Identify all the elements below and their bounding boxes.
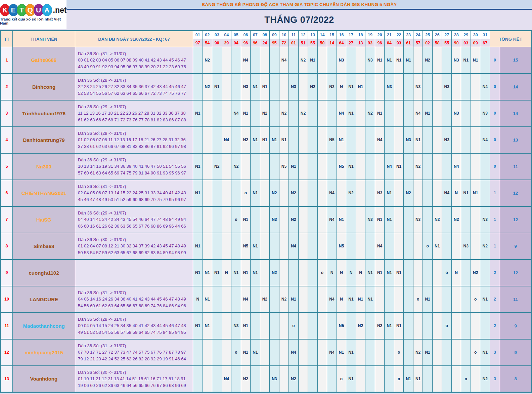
dan-title: Dàn 36 Số: (29 -> 31/07) bbox=[78, 157, 190, 163]
day-cell: N1 bbox=[241, 206, 251, 233]
day-cell bbox=[308, 233, 318, 260]
member-rank: 1 bbox=[1, 47, 13, 74]
day-cell: N1 bbox=[193, 313, 203, 339]
day-cell: N1 bbox=[289, 153, 299, 180]
day-cell bbox=[432, 260, 442, 286]
member-dan: Dàn 36 Số: (28 -> 31/07)22 23 24 25 26 2… bbox=[75, 74, 193, 100]
day-cell bbox=[317, 233, 327, 260]
member-name: Madaothanhcong bbox=[13, 313, 75, 339]
day-cell bbox=[222, 339, 231, 366]
result-header-cell: 58 bbox=[432, 39, 442, 47]
day-cell bbox=[356, 100, 365, 127]
total-hit-cell: 14 bbox=[500, 74, 532, 100]
day-cell: o bbox=[413, 286, 423, 313]
day-cell: N2 bbox=[413, 153, 423, 180]
member-rank: 3 bbox=[1, 100, 13, 127]
day-cell: N4 bbox=[375, 127, 385, 153]
day-cell bbox=[212, 366, 222, 392]
day-cell bbox=[394, 180, 404, 206]
day-cell bbox=[327, 153, 337, 180]
day-cell bbox=[308, 313, 318, 339]
day-cell bbox=[308, 286, 318, 313]
member-dan: Dàn 36 Số: (31 -> 31/07)07 70 17 71 27 7… bbox=[75, 339, 193, 366]
member-dan: Dàn 36 Số: (31 -> 31/07)02 04 05 06 07 1… bbox=[75, 180, 193, 206]
day-cell bbox=[231, 47, 241, 74]
day-cell bbox=[442, 233, 452, 260]
day-cell bbox=[298, 153, 308, 180]
day-cell: N3 bbox=[461, 233, 471, 260]
day-cell: N bbox=[337, 286, 346, 313]
day-cell bbox=[337, 180, 346, 206]
dan-title: Dàn 36 Số: (28 -> 31/07) bbox=[78, 316, 190, 323]
day-cell: N5 bbox=[241, 233, 251, 260]
day-cell: N3 bbox=[241, 74, 251, 100]
logo-letter: A bbox=[42, 4, 52, 16]
day-cell bbox=[423, 127, 433, 153]
member-rank: 13 bbox=[1, 366, 13, 392]
day-cell: N1 bbox=[385, 206, 394, 233]
day-cell: N2 bbox=[212, 153, 222, 180]
day-cell: N4 bbox=[375, 233, 385, 260]
day-cell bbox=[356, 153, 365, 180]
day-cell bbox=[394, 127, 404, 153]
dan-numbers: 02 04 05 06 07 13 14 15 22 24 25 31 33 3… bbox=[78, 190, 190, 203]
day-cell: N4 bbox=[279, 47, 289, 74]
day-cell: N1 bbox=[423, 100, 433, 127]
day-cell: N4 bbox=[222, 366, 231, 392]
day-cell: N3 bbox=[442, 74, 452, 100]
member-name: minhquang2015 bbox=[13, 339, 75, 366]
day-cell bbox=[222, 74, 231, 100]
day-header-cell: 02 bbox=[203, 31, 212, 39]
day-cell bbox=[356, 233, 365, 260]
day-cell: N3 bbox=[365, 47, 375, 74]
day-cell: N1 bbox=[346, 286, 356, 313]
logo-suffix: .net bbox=[53, 6, 67, 15]
day-header-cell: 18 bbox=[356, 31, 365, 39]
day-cell bbox=[193, 206, 203, 233]
member-name: HaiSG bbox=[13, 206, 75, 233]
day-cell: N1 bbox=[193, 100, 203, 127]
dan-title: Dàn 36 Số: (31 -> 31/07) bbox=[78, 50, 190, 57]
day-cell bbox=[308, 260, 318, 286]
day-cell: N4 bbox=[442, 180, 452, 206]
member-rank: 11 bbox=[1, 313, 13, 339]
day-cell bbox=[451, 313, 461, 339]
result-header-cell: 96 bbox=[251, 39, 260, 47]
day-cell bbox=[327, 100, 337, 127]
day-cell: N2 bbox=[432, 206, 442, 233]
day-cell: N2 bbox=[451, 206, 461, 233]
day-cell bbox=[260, 47, 270, 74]
member-rank: 12 bbox=[1, 339, 13, 366]
day-cell bbox=[404, 74, 413, 100]
result-header-cell: 67 bbox=[480, 39, 490, 47]
day-cell: N1 bbox=[260, 127, 270, 153]
ketqua-logo[interactable]: KETQUA .net Trang kết quả xổ số lớn nhất… bbox=[0, 0, 66, 29]
day-cell: o bbox=[289, 313, 299, 339]
day-cell: N3 bbox=[451, 47, 461, 74]
day-cell bbox=[222, 180, 231, 206]
day-cell: N4 bbox=[385, 153, 394, 180]
total-hit-cell: 8 bbox=[500, 366, 532, 392]
day-cell bbox=[423, 313, 433, 339]
dan-title: Dàn 36 Số: (29 -> 31/07) bbox=[78, 104, 190, 110]
day-cell bbox=[404, 206, 413, 233]
dan-title: Dàn 36 Số: (28 -> 31/07) bbox=[78, 77, 190, 84]
day-cell bbox=[423, 153, 433, 180]
day-cell bbox=[231, 127, 241, 153]
day-header-cell: 09 bbox=[270, 31, 279, 39]
day-header-cell: 03 bbox=[212, 31, 222, 39]
day-cell bbox=[317, 180, 327, 206]
day-cell: N1 bbox=[480, 286, 490, 313]
day-cell bbox=[385, 100, 394, 127]
day-cell: N4 bbox=[241, 286, 251, 313]
day-cell bbox=[423, 366, 433, 392]
day-cell: o bbox=[442, 313, 452, 339]
day-cell bbox=[385, 286, 394, 313]
stats-table: TTTHÀNH VIÊNDÀN ĐB NGÀY 31/07/2022 - KQ:… bbox=[0, 30, 532, 393]
day-cell bbox=[451, 74, 461, 100]
day-cell: N1 bbox=[251, 74, 260, 100]
day-header-cell: 17 bbox=[346, 31, 356, 39]
day-cell bbox=[251, 313, 260, 339]
day-cell bbox=[289, 47, 299, 74]
member-dan: Dàn 36 Số: (31 -> 31/07)04 06 14 16 24 2… bbox=[75, 286, 193, 313]
